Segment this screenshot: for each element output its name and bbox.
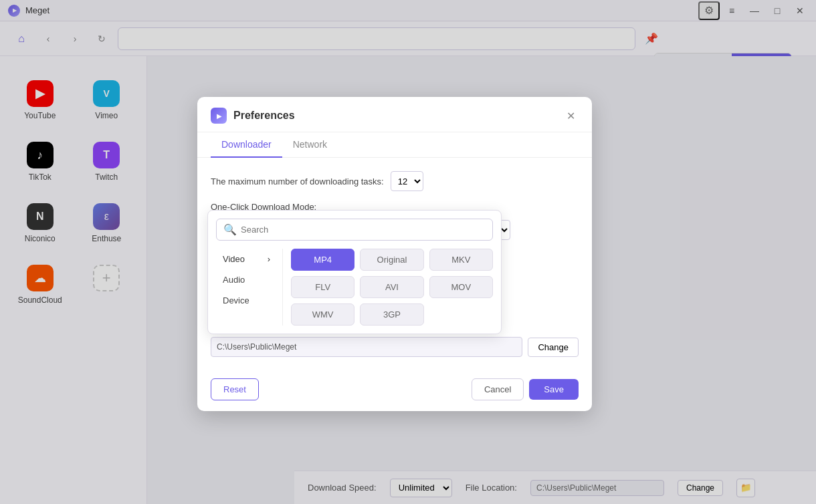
prefs-close-button[interactable]: ✕ [563,108,579,124]
prefs-tabs: Downloader Network [197,132,592,158]
category-audio[interactable]: Audio [216,269,277,290]
format-categories: Video › Audio Device [216,249,283,326]
format-mp4-button[interactable]: MP4 [291,249,354,271]
format-original-button[interactable]: Original [360,249,423,271]
format-popup: 🔍 Video › Audio Device MP4 Original MKV … [207,210,502,334]
max-tasks-dropdown[interactable]: 12 [391,171,423,191]
save-path-change-button[interactable]: Change [528,338,579,357]
prefs-title: Preferences [233,110,563,122]
save-path-input[interactable] [211,337,522,357]
format-mkv-button[interactable]: MKV [429,249,493,271]
prefs-tab-network[interactable]: Network [282,132,338,158]
category-device[interactable]: Device [216,290,277,311]
reset-button[interactable]: Reset [211,378,259,400]
category-video[interactable]: Video › [216,249,277,269]
format-flv-button[interactable]: FLV [291,276,354,298]
save-button[interactable]: Save [529,379,579,400]
category-audio-label: Audio [223,275,245,285]
search-icon: 🔍 [223,223,237,236]
format-search-bar: 🔍 [216,219,493,241]
save-path-input-row: Change [211,337,579,357]
format-content: Video › Audio Device MP4 Original MKV FL… [216,249,493,326]
format-wmv-button[interactable]: WMV [291,303,354,326]
max-tasks-row: The maximum number of downloading tasks:… [211,171,579,191]
prefs-tab-downloader[interactable]: Downloader [211,132,282,158]
category-video-label: Video [223,254,245,264]
format-options: MP4 Original MKV FLV AVI MOV WMV 3GP [283,249,493,326]
prefs-logo-icon [211,108,227,124]
format-3gp-button[interactable]: 3GP [360,303,423,326]
format-mov-button[interactable]: MOV [429,276,493,298]
video-arrow-icon: › [268,254,270,264]
prefs-header: Preferences ✕ [197,97,592,132]
category-device-label: Device [223,295,249,305]
format-search-input[interactable] [241,225,486,235]
prefs-footer: Reset Cancel Save [197,370,592,411]
format-avi-button[interactable]: AVI [360,276,423,298]
cancel-button[interactable]: Cancel [472,378,524,400]
max-tasks-label: The maximum number of downloading tasks: [211,176,384,186]
